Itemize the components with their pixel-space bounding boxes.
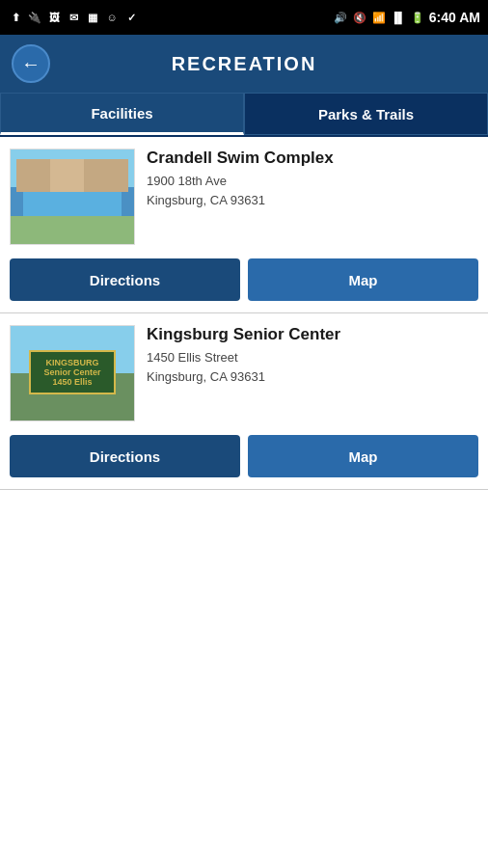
directions-button-crandell[interactable]: Directions [10, 258, 240, 301]
facility-address-line2-senior: Kingsburg, CA 93631 [147, 369, 265, 384]
check-icon: ✓ [123, 10, 139, 25]
app-header: ← RECREATION [0, 35, 488, 93]
tab-parks-trails[interactable]: Parks & Trails [244, 93, 488, 135]
map-button-crandell[interactable]: Map [248, 258, 478, 301]
senior-center-sign: KINGSBURG Senior Center 1450 Ellis [29, 350, 116, 394]
button-row-crandell: Directions Map [10, 258, 478, 301]
facility-image-senior: KINGSBURG Senior Center 1450 Ellis [10, 325, 135, 421]
face-icon: ☺ [104, 10, 120, 25]
image-icon: 🖼 [46, 10, 62, 25]
status-time: 6:40 AM [429, 10, 480, 25]
facility-name-senior: Kingsburg Senior Center [147, 325, 478, 344]
sign-line2: Senior Center [43, 367, 100, 377]
wifi-icon: 📶 [371, 10, 387, 25]
facility-item-crandell: Crandell Swim Complex 1900 18th Ave King… [0, 137, 488, 313]
facility-row-senior: KINGSBURG Senior Center 1450 Ellis Kings… [10, 325, 478, 421]
signal-icon: 🔌 [27, 10, 42, 25]
content-area: Crandell Swim Complex 1900 18th Ave King… [0, 137, 488, 490]
facility-row-crandell: Crandell Swim Complex 1900 18th Ave King… [10, 149, 478, 245]
status-bar: ⬆ 🔌 🖼 ✉ ▦ ☺ ✓ 🔊 🔇 📶 ▐▌ 🔋 6:40 AM [0, 0, 488, 35]
page-title: RECREATION [62, 53, 426, 75]
facility-address-line1-crandell: 1900 18th Ave [147, 174, 227, 188]
facility-info-senior: Kingsburg Senior Center 1450 Ellis Stree… [147, 325, 478, 421]
tab-facilities-label: Facilities [91, 105, 152, 122]
status-icons-left: ⬆ 🔌 🖼 ✉ ▦ ☺ ✓ [8, 10, 139, 25]
button-row-senior: Directions Map [10, 435, 478, 477]
back-arrow-icon: ← [21, 54, 41, 73]
directions-button-senior[interactable]: Directions [10, 435, 240, 477]
tab-facilities[interactable]: Facilities [0, 93, 244, 135]
facility-image-crandell [10, 149, 135, 245]
usb-icon: ⬆ [8, 10, 23, 25]
pool-image [11, 149, 134, 244]
facility-address-crandell: 1900 18th Ave Kingsburg, CA 93631 [147, 172, 478, 209]
signal-bars-icon: ▐▌ [391, 10, 406, 25]
media-icon: ▦ [85, 10, 100, 25]
tab-parks-trails-label: Parks & Trails [318, 106, 414, 122]
facility-info-crandell: Crandell Swim Complex 1900 18th Ave King… [147, 149, 478, 245]
status-icons-right: 🔊 🔇 📶 ▐▌ 🔋 6:40 AM [333, 10, 480, 25]
email-icon: ✉ [66, 10, 81, 25]
facility-item-senior: KINGSBURG Senior Center 1450 Ellis Kings… [0, 313, 488, 490]
back-button[interactable]: ← [12, 44, 50, 83]
senior-center-image: KINGSBURG Senior Center 1450 Ellis [11, 326, 134, 420]
sign-line3: 1450 Ellis [52, 377, 92, 387]
tab-bar: Facilities Parks & Trails [0, 93, 488, 137]
facility-name-crandell: Crandell Swim Complex [147, 149, 478, 168]
map-button-senior[interactable]: Map [248, 435, 478, 477]
battery-icon: 🔋 [410, 10, 425, 25]
sign-line1: KINGSBURG [45, 358, 98, 367]
mute-icon: 🔇 [352, 10, 367, 25]
volume-icon: 🔊 [333, 10, 348, 25]
facility-address-line1-senior: 1450 Ellis Street [147, 350, 238, 365]
facility-address-senior: 1450 Ellis Street Kingsburg, CA 93631 [147, 348, 478, 386]
facility-address-line2-crandell: Kingsburg, CA 93631 [147, 193, 265, 207]
